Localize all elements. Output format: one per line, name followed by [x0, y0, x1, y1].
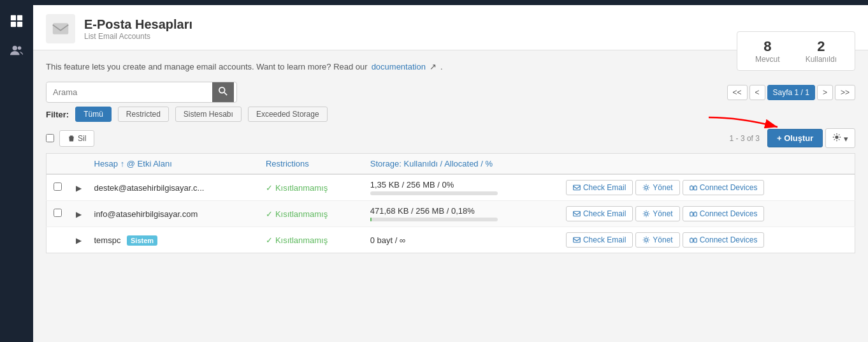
row1-email: destek@atasehirbilgisayar.c...	[88, 174, 259, 201]
row1-storage: 1,35 KB / 256 MB / 0%	[364, 174, 560, 201]
sidebar	[0, 5, 33, 342]
row3-expand-btn[interactable]: ▶	[76, 236, 82, 245]
sidebar-item-grid[interactable]	[7, 11, 26, 31]
filter-exceeded-button[interactable]: Exceeded Storage	[248, 107, 328, 122]
row2-check[interactable]	[47, 201, 69, 227]
col-actions	[560, 154, 855, 175]
page-first-button[interactable]: <<	[727, 85, 748, 100]
row2-storage: 471,68 KB / 256 MB / 0,18%	[364, 201, 560, 227]
row1-check-email-button[interactable]: Check Email	[566, 180, 633, 195]
svg-point-10	[835, 135, 839, 138]
delete-button[interactable]: Sil	[59, 130, 94, 147]
stats-box: 8 Mevcut 2 Kullanıldı	[737, 31, 855, 71]
row1-actions: Check Email Yönet Connect Devices	[560, 174, 855, 201]
row3-check[interactable]	[47, 227, 69, 253]
row1-check-icon: ✓	[266, 183, 273, 193]
row2-expand-btn[interactable]: ▶	[76, 210, 82, 219]
row1-check[interactable]	[47, 174, 69, 201]
sistem-badge: Sistem	[127, 235, 157, 246]
svg-rect-15	[574, 211, 581, 216]
row3-manage-button[interactable]: Yönet	[635, 232, 679, 248]
page-next-button[interactable]: >	[817, 85, 833, 100]
svg-point-7	[219, 87, 225, 93]
row2-actions: Check Email Yönet Connect Devices	[560, 201, 855, 227]
stat-used-label: Kullanıldı	[806, 55, 837, 64]
svg-rect-22	[693, 239, 697, 242]
row2-connect-button[interactable]: Connect Devices	[683, 206, 765, 221]
page-title: E-Posta Hesapları	[84, 17, 192, 32]
pagination-right: << < Sayfa 1 / 1 > >>	[727, 85, 855, 100]
doc-link[interactable]: documentation	[372, 62, 426, 71]
row2-email: info@atasehirbilgisayar.com	[88, 201, 259, 227]
stat-available-label: Mevcut	[755, 55, 780, 64]
svg-line-8	[224, 93, 227, 95]
svg-rect-21	[690, 239, 693, 242]
left-actions: Sil	[46, 130, 94, 147]
svg-rect-13	[690, 186, 693, 190]
count-info: 1 - 3 of 3	[730, 134, 760, 143]
page-last-button[interactable]: >>	[835, 85, 855, 100]
search-button[interactable]	[212, 82, 234, 102]
create-button[interactable]: + Oluştur	[767, 129, 823, 147]
row3-expand[interactable]: ▶	[69, 227, 88, 253]
sidebar-item-users[interactable]	[7, 41, 26, 60]
settings-button[interactable]: ▾	[825, 128, 855, 148]
row3-storage: 0 bayt / ∞	[364, 227, 560, 253]
filter-all-button[interactable]: Tümü	[75, 107, 112, 122]
search-input[interactable]	[47, 83, 212, 101]
search-box	[46, 82, 237, 103]
row2-checkbox[interactable]	[54, 209, 62, 217]
row1-expand[interactable]: ▶	[69, 174, 88, 201]
ext-icon: ↗	[430, 62, 437, 71]
row2-restriction: ✓ Kısıtlanmamış	[259, 201, 364, 227]
svg-rect-1	[17, 15, 22, 20]
svg-rect-6	[53, 23, 69, 34]
table-row: ▶ destek@atasehirbilgisayar.c... ✓ Kısıt…	[47, 174, 855, 201]
svg-point-12	[645, 186, 648, 190]
col-account: Hesap ↑ @ Etki Alanı	[88, 154, 259, 175]
svg-rect-11	[574, 185, 581, 190]
action-row: Sil 1 - 3 of 3 +	[46, 128, 855, 148]
page-subtitle: List Email Accounts	[84, 32, 192, 41]
row1-checkbox[interactable]	[54, 182, 62, 191]
info-text: This feature lets you create and manage …	[46, 62, 368, 71]
row1-connect-button[interactable]: Connect Devices	[683, 180, 765, 195]
svg-point-5	[18, 47, 22, 50]
row2-check-icon: ✓	[266, 209, 273, 219]
svg-rect-14	[693, 186, 697, 190]
row3-connect-button[interactable]: Connect Devices	[683, 232, 765, 248]
select-all-checkbox[interactable]	[46, 134, 54, 142]
row2-check-email-button[interactable]: Check Email	[566, 206, 633, 221]
svg-rect-18	[693, 212, 697, 216]
row3-check-icon: ✓	[266, 235, 273, 245]
pagination: << < Sayfa 1 / 1 > >>	[727, 85, 855, 100]
col-restrictions: Restrictions	[259, 154, 364, 175]
header-title-block: E-Posta Hesapları List Email Accounts	[84, 17, 192, 41]
svg-point-20	[645, 239, 648, 242]
page-prev-button[interactable]: <	[749, 85, 765, 100]
filter-label: Filter:	[46, 110, 69, 119]
row1-manage-button[interactable]: Yönet	[635, 180, 679, 195]
svg-point-16	[645, 212, 648, 216]
col-storage: Storage: Kullanıldı / Allocated / %	[364, 154, 560, 175]
row3-restriction: ✓ Kısıtlanmamış	[259, 227, 364, 253]
table-row: ▶ info@atasehirbilgisayar.com ✓ Kısıtlan…	[47, 201, 855, 227]
row2-expand[interactable]: ▶	[69, 201, 88, 227]
main-content: E-Posta Hesapları List Email Accounts Th…	[33, 5, 868, 342]
row3-check-email-button[interactable]: Check Email	[566, 232, 633, 248]
svg-rect-17	[690, 212, 693, 216]
row1-restriction: ✓ Kısıtlanmamış	[259, 174, 364, 201]
filter-restricted-button[interactable]: Restricted	[118, 107, 169, 122]
row3-actions: Check Email Yönet Connect Devices	[560, 227, 855, 253]
row2-manage-button[interactable]: Yönet	[635, 206, 679, 221]
stat-used-count: 2	[817, 38, 825, 55]
svg-rect-19	[574, 237, 581, 242]
delete-label: Sil	[78, 134, 86, 143]
page-current-button[interactable]: Sayfa 1 / 1	[767, 85, 815, 100]
filter-sistem-button[interactable]: Sistem Hesabı	[175, 107, 242, 122]
svg-point-4	[13, 46, 17, 50]
stat-available: 8 Mevcut	[755, 38, 780, 64]
info-bar: This feature lets you create and manage …	[46, 62, 855, 71]
header-icon	[46, 14, 75, 43]
row1-expand-btn[interactable]: ▶	[76, 184, 82, 193]
